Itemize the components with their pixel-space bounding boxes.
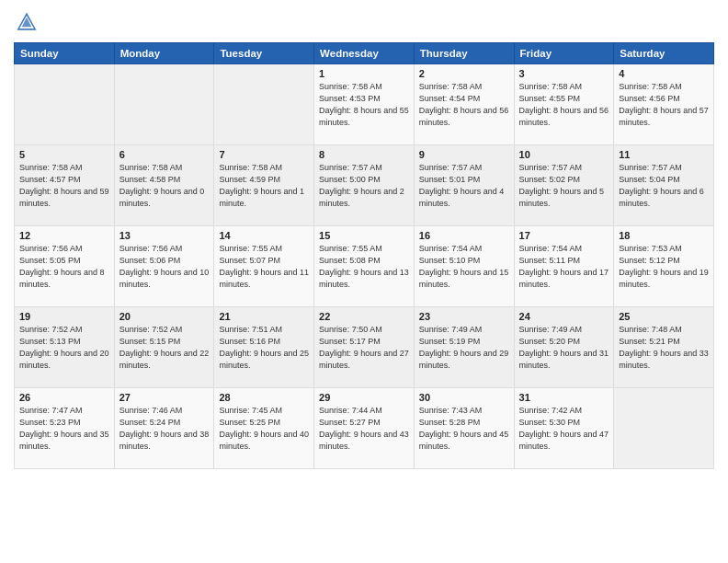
day-number: 7 bbox=[219, 149, 309, 160]
sunset-text: Sunset: 5:15 PM bbox=[119, 337, 181, 346]
sunset-text: Sunset: 5:23 PM bbox=[19, 418, 81, 427]
sunrise-text: Sunrise: 7:42 AM bbox=[519, 406, 583, 415]
day-header-wednesday: Wednesday bbox=[314, 43, 415, 64]
sunset-text: Sunset: 5:25 PM bbox=[219, 418, 280, 427]
sunset-text: Sunset: 5:10 PM bbox=[419, 256, 481, 265]
day-info: Sunrise: 7:55 AMSunset: 5:08 PMDaylight:… bbox=[319, 243, 409, 291]
daylight-text: Daylight: 9 hours and 45 minutes. bbox=[419, 430, 509, 451]
sunset-text: Sunset: 5:11 PM bbox=[519, 256, 581, 265]
day-number: 1 bbox=[319, 68, 409, 79]
day-info: Sunrise: 7:53 AMSunset: 5:12 PMDaylight:… bbox=[619, 243, 709, 291]
day-info: Sunrise: 7:56 AMSunset: 5:06 PMDaylight:… bbox=[119, 243, 210, 291]
day-number: 2 bbox=[419, 68, 509, 79]
calendar-cell: 26Sunrise: 7:47 AMSunset: 5:23 PMDayligh… bbox=[15, 388, 115, 469]
day-number: 25 bbox=[619, 311, 709, 322]
daylight-text: Daylight: 9 hours and 17 minutes. bbox=[519, 268, 609, 289]
sunrise-text: Sunrise: 7:56 AM bbox=[119, 244, 183, 253]
calendar-cell: 19Sunrise: 7:52 AMSunset: 5:13 PMDayligh… bbox=[15, 307, 115, 388]
day-header-saturday: Saturday bbox=[614, 43, 714, 64]
sunset-text: Sunset: 5:07 PM bbox=[219, 256, 280, 265]
calendar-cell bbox=[114, 64, 214, 145]
daylight-text: Daylight: 9 hours and 43 minutes. bbox=[319, 430, 409, 451]
sunset-text: Sunset: 5:02 PM bbox=[519, 175, 581, 184]
week-row-5: 26Sunrise: 7:47 AMSunset: 5:23 PMDayligh… bbox=[15, 388, 714, 469]
calendar-cell: 6Sunrise: 7:58 AMSunset: 4:58 PMDaylight… bbox=[114, 145, 214, 226]
sunrise-text: Sunrise: 7:53 AM bbox=[619, 244, 682, 253]
calendar-cell: 30Sunrise: 7:43 AMSunset: 5:28 PMDayligh… bbox=[414, 388, 514, 469]
calendar-cell: 3Sunrise: 7:58 AMSunset: 4:55 PMDaylight… bbox=[514, 64, 614, 145]
day-info: Sunrise: 7:49 AMSunset: 5:19 PMDaylight:… bbox=[419, 324, 509, 372]
days-header: SundayMondayTuesdayWednesdayThursdayFrid… bbox=[15, 43, 714, 64]
daylight-text: Daylight: 8 hours and 59 minutes. bbox=[19, 187, 109, 208]
sunrise-text: Sunrise: 7:49 AM bbox=[419, 325, 483, 334]
daylight-text: Daylight: 8 hours and 55 minutes. bbox=[319, 106, 409, 127]
week-row-4: 19Sunrise: 7:52 AMSunset: 5:13 PMDayligh… bbox=[15, 307, 714, 388]
sunrise-text: Sunrise: 7:58 AM bbox=[519, 82, 583, 91]
day-header-thursday: Thursday bbox=[414, 43, 514, 64]
day-number: 10 bbox=[519, 149, 609, 160]
day-info: Sunrise: 7:58 AMSunset: 4:57 PMDaylight:… bbox=[19, 162, 109, 210]
daylight-text: Daylight: 9 hours and 6 minutes. bbox=[619, 187, 704, 208]
sunrise-text: Sunrise: 7:54 AM bbox=[419, 244, 483, 253]
day-header-tuesday: Tuesday bbox=[214, 43, 314, 64]
calendar-cell: 24Sunrise: 7:49 AMSunset: 5:20 PMDayligh… bbox=[514, 307, 614, 388]
day-info: Sunrise: 7:54 AMSunset: 5:11 PMDaylight:… bbox=[519, 243, 609, 291]
sunrise-text: Sunrise: 7:57 AM bbox=[519, 163, 583, 172]
daylight-text: Daylight: 9 hours and 38 minutes. bbox=[119, 430, 210, 451]
calendar-cell: 17Sunrise: 7:54 AMSunset: 5:11 PMDayligh… bbox=[514, 226, 614, 307]
day-info: Sunrise: 7:56 AMSunset: 5:05 PMDaylight:… bbox=[19, 243, 109, 291]
sunrise-text: Sunrise: 7:46 AM bbox=[119, 406, 183, 415]
day-info: Sunrise: 7:58 AMSunset: 4:55 PMDaylight:… bbox=[519, 81, 609, 129]
sunrise-text: Sunrise: 7:45 AM bbox=[219, 406, 282, 415]
day-info: Sunrise: 7:44 AMSunset: 5:27 PMDaylight:… bbox=[319, 405, 409, 453]
day-number: 9 bbox=[419, 149, 509, 160]
daylight-text: Daylight: 9 hours and 31 minutes. bbox=[519, 349, 609, 370]
sunset-text: Sunset: 4:58 PM bbox=[119, 175, 181, 184]
sunset-text: Sunset: 4:59 PM bbox=[219, 175, 280, 184]
calendar-cell: 8Sunrise: 7:57 AMSunset: 5:00 PMDaylight… bbox=[314, 145, 415, 226]
daylight-text: Daylight: 9 hours and 13 minutes. bbox=[319, 268, 409, 289]
day-info: Sunrise: 7:43 AMSunset: 5:28 PMDaylight:… bbox=[419, 405, 509, 453]
calendar-cell: 20Sunrise: 7:52 AMSunset: 5:15 PMDayligh… bbox=[114, 307, 214, 388]
day-info: Sunrise: 7:52 AMSunset: 5:13 PMDaylight:… bbox=[19, 324, 109, 372]
sunrise-text: Sunrise: 7:58 AM bbox=[19, 163, 83, 172]
day-info: Sunrise: 7:46 AMSunset: 5:24 PMDaylight:… bbox=[119, 405, 210, 453]
week-row-2: 5Sunrise: 7:58 AMSunset: 4:57 PMDaylight… bbox=[15, 145, 714, 226]
day-number: 16 bbox=[419, 230, 509, 241]
day-info: Sunrise: 7:50 AMSunset: 5:17 PMDaylight:… bbox=[319, 324, 409, 372]
calendar-cell: 1Sunrise: 7:58 AMSunset: 4:53 PMDaylight… bbox=[314, 64, 415, 145]
daylight-text: Daylight: 9 hours and 33 minutes. bbox=[619, 349, 709, 370]
logo bbox=[14, 9, 43, 35]
sunrise-text: Sunrise: 7:44 AM bbox=[319, 406, 382, 415]
sunset-text: Sunset: 5:05 PM bbox=[19, 256, 81, 265]
day-number: 17 bbox=[519, 230, 609, 241]
sunset-text: Sunset: 4:55 PM bbox=[519, 94, 581, 103]
day-number: 22 bbox=[319, 311, 409, 322]
day-number: 30 bbox=[419, 392, 509, 403]
daylight-text: Daylight: 8 hours and 57 minutes. bbox=[619, 106, 709, 127]
calendar-cell: 27Sunrise: 7:46 AMSunset: 5:24 PMDayligh… bbox=[114, 388, 214, 469]
sunrise-text: Sunrise: 7:58 AM bbox=[619, 82, 682, 91]
daylight-text: Daylight: 9 hours and 11 minutes. bbox=[219, 268, 309, 289]
calendar-cell: 14Sunrise: 7:55 AMSunset: 5:07 PMDayligh… bbox=[214, 226, 314, 307]
daylight-text: Daylight: 9 hours and 29 minutes. bbox=[419, 349, 509, 370]
sunrise-text: Sunrise: 7:52 AM bbox=[119, 325, 183, 334]
daylight-text: Daylight: 8 hours and 56 minutes. bbox=[519, 106, 609, 127]
sunrise-text: Sunrise: 7:57 AM bbox=[619, 163, 682, 172]
calendar-cell: 16Sunrise: 7:54 AMSunset: 5:10 PMDayligh… bbox=[414, 226, 514, 307]
week-row-1: 1Sunrise: 7:58 AMSunset: 4:53 PMDaylight… bbox=[15, 64, 714, 145]
daylight-text: Daylight: 9 hours and 1 minute. bbox=[219, 187, 304, 208]
sunset-text: Sunset: 5:00 PM bbox=[319, 175, 381, 184]
day-number: 15 bbox=[319, 230, 409, 241]
calendar-cell: 10Sunrise: 7:57 AMSunset: 5:02 PMDayligh… bbox=[514, 145, 614, 226]
sunrise-text: Sunrise: 7:47 AM bbox=[19, 406, 83, 415]
day-info: Sunrise: 7:57 AMSunset: 5:04 PMDaylight:… bbox=[619, 162, 709, 210]
day-number: 12 bbox=[19, 230, 109, 241]
calendar-cell: 11Sunrise: 7:57 AMSunset: 5:04 PMDayligh… bbox=[614, 145, 714, 226]
day-info: Sunrise: 7:57 AMSunset: 5:01 PMDaylight:… bbox=[419, 162, 509, 210]
sunrise-text: Sunrise: 7:51 AM bbox=[219, 325, 282, 334]
page-header bbox=[14, 9, 714, 35]
sunset-text: Sunset: 5:08 PM bbox=[319, 256, 381, 265]
sunset-text: Sunset: 5:27 PM bbox=[319, 418, 381, 427]
day-number: 24 bbox=[519, 311, 609, 322]
